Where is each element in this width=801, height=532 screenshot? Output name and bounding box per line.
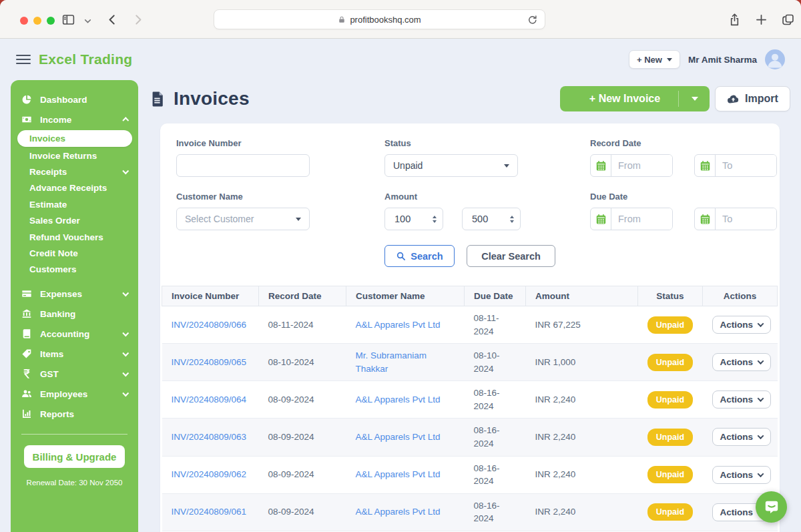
record-date-cell: 08-09-2024 (268, 432, 314, 442)
column-header-invoice-number: Invoice Number (162, 286, 259, 306)
row-actions-label: Actions (720, 470, 754, 480)
table-row: INV/20240809/06608-11-2024A&L Apparels P… (162, 306, 778, 344)
import-label: Import (745, 93, 778, 105)
invoice-number-link[interactable]: INV/20240809/065 (172, 357, 247, 367)
due-date-cell: 08-16-2024 (474, 462, 513, 488)
header-new-button[interactable]: + New (629, 50, 680, 69)
record-date-from-field[interactable] (590, 154, 673, 177)
sidebar-item-label: Advance Receipts (29, 183, 107, 193)
invoice-number-input[interactable] (176, 154, 310, 177)
sidebar-item-expenses[interactable]: Expenses (11, 284, 138, 304)
tag-icon (21, 348, 32, 359)
chevron-down-icon (122, 290, 128, 296)
sidebar-item-refund-vouchers[interactable]: Refund Vouchers (11, 229, 138, 245)
sidebar-item-reports[interactable]: Reports (11, 404, 138, 424)
customer-name-link[interactable]: A&L Apparels Pvt Ltd (356, 432, 441, 442)
clear-search-button[interactable]: Clear Search (467, 245, 555, 267)
amount-max-value: 500 (472, 214, 488, 224)
invoice-number-link[interactable]: INV/20240809/064 (172, 394, 247, 405)
invoice-number-link[interactable]: INV/20240809/062 (172, 469, 247, 479)
amount-min-value: 100 (394, 214, 411, 224)
billing-upgrade-button[interactable]: Billing & Upgrade (24, 445, 125, 468)
customer-name-link[interactable]: A&L Apparels Pvt Ltd (356, 507, 441, 517)
reload-icon[interactable] (527, 14, 538, 25)
cloud-upload-icon (727, 93, 740, 105)
minimize-window-button[interactable] (33, 17, 41, 25)
tab-overview-icon[interactable] (781, 13, 795, 27)
share-icon[interactable] (728, 13, 742, 27)
new-tab-icon[interactable] (754, 13, 768, 27)
sidebar-item-items[interactable]: Items (11, 344, 138, 364)
spinner-icon[interactable] (510, 216, 514, 223)
close-window-button[interactable] (20, 17, 28, 25)
table-row: INV/20240809/06108-09-2024A&L Apparels P… (162, 493, 778, 531)
forward-icon[interactable] (131, 13, 145, 27)
chevron-down-icon (122, 350, 128, 356)
customer-name-link[interactable]: A&L Apparels Pvt Ltd (356, 394, 441, 405)
row-actions-label: Actions (720, 432, 754, 442)
search-button[interactable]: Search (384, 245, 455, 267)
back-icon[interactable] (105, 13, 119, 27)
calendar-icon[interactable] (591, 155, 611, 176)
invoices-table: Invoice NumberRecord DateCustomer NameDu… (162, 286, 766, 532)
avatar[interactable] (765, 49, 785, 69)
customer-name-link[interactable]: Mr. Subramaniam Thakkar (356, 350, 427, 374)
due-date-from-field[interactable] (590, 208, 673, 230)
sidebar-item-income[interactable]: Income (11, 109, 138, 129)
rupee-icon (21, 368, 32, 379)
sidebar: DashboardIncomeInvoicesInvoice ReturnsRe… (11, 80, 138, 532)
calendar-icon[interactable] (695, 155, 716, 176)
chat-widget-button[interactable] (756, 491, 787, 523)
menu-icon[interactable] (16, 52, 31, 67)
status-select[interactable]: Unpaid (384, 154, 518, 177)
sidebar-item-banking[interactable]: Banking (11, 304, 138, 324)
new-invoice-dropdown-caret-icon[interactable] (692, 97, 698, 101)
amount-max-stepper[interactable]: 500 (462, 208, 521, 230)
row-actions-button[interactable]: Actions (712, 353, 772, 371)
invoice-number-link[interactable]: INV/20240809/063 (172, 432, 247, 442)
sidebar-item-customers[interactable]: Customers (11, 262, 138, 278)
sidebar-item-accounting[interactable]: Accounting (11, 324, 138, 344)
sidebar-item-credit-note[interactable]: Credit Note (11, 245, 138, 261)
sidebar-item-advance-receipts[interactable]: Advance Receipts (11, 180, 138, 196)
row-actions-button[interactable]: Actions (712, 428, 772, 446)
row-actions-button[interactable]: Actions (712, 316, 772, 334)
calendar-icon[interactable] (591, 208, 611, 230)
invoice-number-link[interactable]: INV/20240809/061 (172, 507, 247, 517)
row-actions-button[interactable]: Actions (712, 390, 772, 409)
sidebar-item-invoices[interactable]: Invoices (17, 130, 132, 147)
amount-label: Amount (384, 192, 521, 202)
customer-name-link[interactable]: A&L Apparels Pvt Ltd (356, 469, 441, 479)
sidebar-item-receipts[interactable]: Receipts (11, 164, 138, 180)
sidebar-item-sales-order[interactable]: Sales Order (11, 213, 138, 229)
import-button[interactable]: Import (715, 86, 790, 111)
invoice-number-link[interactable]: INV/20240809/066 (172, 320, 247, 330)
due-date-to-input[interactable] (716, 208, 776, 230)
row-actions-button[interactable]: Actions (712, 466, 772, 484)
customer-select[interactable]: Select Customer (176, 208, 310, 230)
amount-min-stepper[interactable]: 100 (384, 208, 443, 230)
chevron-down-icon[interactable] (83, 16, 92, 25)
calendar-icon[interactable] (695, 208, 716, 230)
record-date-to-input[interactable] (716, 155, 776, 176)
sidebar-item-label: Refund Vouchers (29, 232, 103, 242)
customer-name-link[interactable]: A&L Apparels Pvt Ltd (356, 320, 441, 330)
address-bar[interactable]: profitbookshq.com (214, 9, 545, 29)
customer-select-placeholder: Select Customer (185, 214, 254, 224)
due-date-from-input[interactable] (611, 208, 672, 230)
caret-down-icon (296, 218, 301, 221)
zoom-window-button[interactable] (47, 17, 55, 25)
sidebar-item-invoice-returns[interactable]: Invoice Returns (11, 148, 138, 164)
record-date-from-input[interactable] (611, 155, 672, 176)
sidebar-item-gst[interactable]: GST (11, 364, 138, 384)
sidebar-item-dashboard[interactable]: Dashboard (11, 89, 138, 109)
sidebar-item-estimate[interactable]: Estimate (11, 196, 138, 212)
new-invoice-button[interactable]: + New Invoice (560, 86, 710, 111)
due-date-to-field[interactable] (694, 208, 777, 230)
user-name: Mr Amit Sharma (688, 55, 757, 65)
status-label: Status (384, 138, 518, 148)
sidebar-toggle-icon[interactable] (61, 13, 75, 27)
record-date-to-field[interactable] (694, 154, 777, 177)
sidebar-item-employees[interactable]: Employees (11, 384, 138, 404)
spinner-icon[interactable] (433, 216, 437, 223)
